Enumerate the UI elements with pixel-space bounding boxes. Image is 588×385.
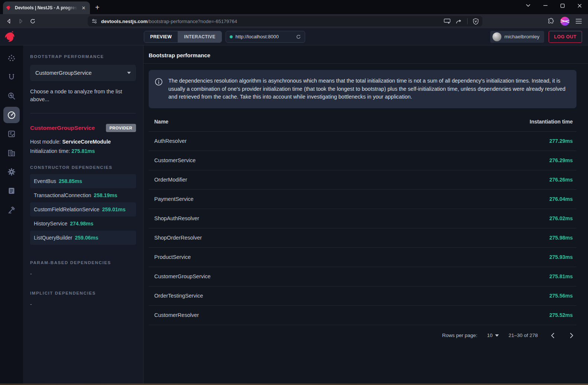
status-dot [230, 35, 233, 38]
browser-tabbar: Devtools | NestJS - A progressive ✕ + [0, 0, 588, 14]
sidebar-item-graph[interactable] [3, 50, 20, 66]
next-page-button[interactable] [567, 331, 576, 340]
nestjs-logo-icon[interactable] [4, 30, 19, 44]
inspect-icon [7, 92, 16, 100]
table-row[interactable]: PaymentService276.04ms [149, 189, 576, 209]
audit-icon [7, 129, 16, 138]
sidebar-rail [0, 45, 23, 384]
menu-icon[interactable] [575, 19, 582, 24]
table-row[interactable]: AuthResolver277.29ms [149, 131, 576, 151]
bootstrap-panel: BOOTSTRAP PERFORMANCE CustomerGroupServi… [23, 45, 143, 384]
table-row[interactable]: ShopAuthResolver276.02ms [149, 209, 576, 228]
sidebar-item-docs[interactable] [3, 183, 20, 199]
dep-item[interactable]: HistoryService274.98ms [30, 216, 136, 231]
chevron-down-icon [127, 72, 131, 74]
user-menu[interactable]: michaelbromley [490, 31, 544, 43]
main-content: Bootstrap performance The dependencies r… [143, 45, 588, 384]
pagination-range: 21–30 of 278 [508, 333, 538, 338]
table-row[interactable]: CustomerGroupService275.81ms [149, 267, 576, 286]
table-row[interactable]: OrderModifier276.26ms [149, 170, 576, 189]
back-button[interactable] [4, 16, 14, 26]
new-tab-button[interactable]: + [95, 3, 100, 12]
browser-profile-avatar[interactable] [560, 17, 569, 26]
rows-per-page-select[interactable]: 10 [487, 333, 499, 338]
site-settings-icon[interactable] [91, 19, 97, 24]
address-bar[interactable]: devtools.nestjs.com/bootstrap-performanc… [88, 16, 482, 26]
pagination: Rows per page: 10 21–30 of 278 [149, 331, 576, 340]
favicon-nestjs-icon [6, 5, 12, 11]
logout-button[interactable]: LOG OUT [549, 31, 582, 43]
column-instantiation-time: Instantiation time [387, 112, 576, 132]
table-row[interactable]: ShopOrderResolver275.98ms [149, 228, 576, 247]
column-name: Name [149, 112, 387, 132]
panel-title: BOOTSTRAP PERFORMANCE [30, 54, 136, 59]
tab-search-icon[interactable] [520, 0, 537, 11]
host-module-value: ServiceCoreModule [62, 139, 111, 145]
sidebar-item-inspect[interactable] [3, 88, 20, 104]
brave-shield-icon[interactable] [473, 18, 479, 25]
info-banner: The dependencies resolution algorithm is… [149, 70, 576, 108]
window-minimize-button[interactable] [537, 0, 554, 11]
tab-close-icon[interactable]: ✕ [80, 4, 87, 11]
chevron-down-icon [495, 334, 499, 337]
forward-button[interactable] [16, 16, 26, 26]
settings-icon [7, 167, 16, 176]
avatar [492, 32, 501, 41]
performance-icon [7, 110, 16, 120]
sidebar-item-modules[interactable] [3, 145, 20, 161]
host-module-row: Host module: ServiceCoreModule [30, 139, 136, 145]
tools-icon [7, 205, 16, 214]
routes-icon [7, 73, 16, 81]
url-path: /bootstrap-performance?node=-65179764 [148, 19, 237, 24]
table-row[interactable]: CustomerResolver275.52ms [149, 305, 576, 325]
node-hint: Choose a node to analyze from the list a… [30, 88, 123, 103]
sidebar-item-performance[interactable] [3, 107, 20, 123]
sidebar-item-routes[interactable] [3, 69, 20, 85]
previous-page-button[interactable] [547, 331, 557, 340]
selected-node-name: CustomerGroupService [30, 125, 95, 131]
target-url-input[interactable]: http://localhost:8000 [226, 31, 305, 43]
performance-table: Name Instantiation time AuthResolver277.… [149, 112, 576, 325]
cast-icon[interactable] [444, 19, 450, 24]
dep-item[interactable]: CustomFieldRelationService259.01ms [30, 202, 136, 216]
interactive-tab[interactable]: INTERACTIVE [178, 31, 221, 42]
node-select[interactable]: CustomerGroupService [30, 65, 136, 81]
graph-icon [7, 54, 16, 62]
table-header-row: Name Instantiation time [149, 112, 576, 132]
sidebar-item-audit[interactable] [3, 126, 20, 142]
url-domain: devtools.nestjs.com [101, 19, 148, 24]
page-title: Bootstrap performance [143, 52, 588, 64]
divider [30, 113, 136, 113]
provider-badge: PROVIDER [106, 124, 136, 132]
refresh-icon[interactable] [296, 34, 301, 39]
desktop-edge-strip [0, 384, 588, 385]
constructor-deps-list: EventBus258.85ms TransactionalConnection… [30, 174, 136, 245]
sidebar-item-settings[interactable] [3, 164, 20, 180]
preview-tab[interactable]: PREVIEW [144, 31, 178, 42]
browser-tab[interactable]: Devtools | NestJS - A progressive ✕ [3, 1, 90, 14]
node-select-value: CustomerGroupService [35, 70, 92, 76]
implicit-deps-title: IMPLICIT DEPENDENCIES [30, 291, 136, 295]
param-deps-empty: - [30, 271, 136, 277]
table-row[interactable]: OrderTestingService275.56ms [149, 286, 576, 305]
info-icon [155, 78, 163, 101]
window-maximize-button[interactable] [554, 0, 571, 11]
table-row[interactable]: ProductService275.93ms [149, 247, 576, 267]
dep-item[interactable]: TransactionalConnection258.19ms [30, 188, 136, 202]
window-close-button[interactable] [571, 0, 588, 11]
url-text[interactable]: devtools.nestjs.com/bootstrap-performanc… [101, 19, 440, 24]
mode-toggle: PREVIEW INTERACTIVE [144, 31, 222, 43]
reload-button[interactable] [28, 16, 38, 26]
dep-item[interactable]: ListQueryBuilder259.06ms [30, 231, 136, 245]
app-header: PREVIEW INTERACTIVE http://localhost:800… [0, 28, 588, 45]
constructor-deps-title: CONSTRUCTOR DEPENDENCIES [30, 165, 136, 170]
tab-title: Devtools | NestJS - A progressive [15, 5, 77, 10]
extensions-icon[interactable] [547, 18, 555, 25]
docs-icon [7, 186, 16, 195]
info-text: The dependencies resolution algorithm is… [168, 77, 568, 101]
dep-item[interactable]: EventBus258.85ms [30, 174, 136, 188]
sidebar-item-tools[interactable] [3, 202, 20, 218]
browser-toolbar: devtools.nestjs.com/bootstrap-performanc… [0, 14, 588, 28]
table-row[interactable]: CustomerService276.29ms [149, 151, 576, 170]
share-icon[interactable] [456, 19, 462, 24]
